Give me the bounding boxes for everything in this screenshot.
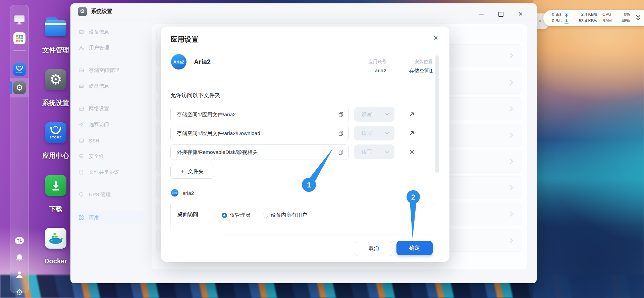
user-icon [15,270,24,279]
download-icon [45,175,66,196]
copy-icon[interactable] [338,130,344,136]
transfer-icon [14,237,24,245]
app-name: Aria2 [194,58,211,66]
permission-select[interactable]: 读写 [354,144,394,159]
app-store-icon: STORE [13,63,26,76]
docker-icon [45,228,66,249]
dock-active-indicator [10,81,12,94]
aria2-mini-icon: Aria2 [171,189,178,197]
remove-folder-button[interactable] [405,144,419,159]
cpu-value: 0% [616,12,630,17]
close-button[interactable]: × [515,9,526,19]
chevron-double-down-icon[interactable] [635,14,641,22]
maximize-button[interactable] [495,9,506,19]
dock-preferences-button[interactable]: ⚙ [16,288,23,297]
chevron-down-icon [385,151,389,153]
copy-icon[interactable] [338,112,344,118]
gear-icon: ⚙ [13,81,26,94]
net-up-speed: 2.4 KB/s [573,12,597,17]
open-folder-button[interactable] [405,107,419,122]
dock: STORE ⚙ [10,5,29,293]
account-value: aria2 [346,68,386,74]
modal-title: 应用设置 [170,35,199,44]
cancel-button[interactable]: 取消 [355,241,392,256]
linked-app-name: aria2 [182,190,194,196]
remove-icon [410,150,414,154]
net-down-speed: 53.4 KB/s [573,18,597,23]
account-label: 应用账号 [346,59,386,65]
aria2-app-icon: Aria2 [171,54,186,70]
folder-path-field[interactable]: 存储空间1/应用文件/aria2 [170,107,349,122]
external-link-icon [409,112,415,117]
desktop: STORE ⚙ [0,0,644,298]
permission-select[interactable]: 读写 [354,126,394,140]
gear-icon: ⚙ [16,288,23,297]
folders-section-label: 允许访问以下文件夹 [170,92,220,99]
folder-path-field[interactable]: 外接存储/RemovableDisk/影视相关 [170,144,349,160]
open-folder-button[interactable] [405,126,419,140]
permission-select[interactable]: 读写 [354,107,394,122]
app-grid-icon [13,32,25,44]
dock-user-button[interactable] [15,270,24,280]
close-icon: × [519,10,523,18]
lan-down-speed: 0 [552,18,554,23]
close-icon: × [433,33,438,42]
app-settings-modal: 应用设置 × Aria2 Aria2 应用账号 aria2 安装位置 存储空间1… [161,27,449,262]
maximize-icon [498,12,503,17]
dock-settings-button[interactable]: ⚙ [13,81,26,94]
window-gear-icon: ⚙ [78,7,87,16]
app-store-icon: STORE [45,122,66,143]
gear-icon: ⚙ [45,69,66,90]
external-link-icon [409,130,415,136]
content-fade [161,213,449,242]
dock-notifications-button[interactable] [15,253,24,263]
ram-label: RAM [602,18,612,23]
modal-scrollbar[interactable] [435,55,439,173]
minimize-icon [479,14,484,14]
system-stats-pill[interactable]: 0 B/s 0 B/s 2.4 KB/s 53.4 KB/s CPU RAM 0… [543,10,644,26]
dock-transfer-button[interactable] [14,237,24,246]
location-label: 安装位置 [389,59,433,65]
dock-appstore-button[interactable]: STORE [13,63,26,76]
chevron-down-icon [385,132,389,134]
ram-value: 48% [616,18,630,23]
dock-desktop-button[interactable] [13,14,25,27]
folder-path-field[interactable]: 存储空间1/应用文件/aria2/Download [170,126,349,141]
wallpaper-right-swirl [533,0,644,298]
add-folder-button[interactable]: + 文件夹 [170,164,214,179]
download-stat-icon [564,19,569,24]
dock-divider [13,50,25,51]
chevron-down-icon [385,113,389,116]
plus-icon: + [181,168,184,174]
lan-up-speed: 0 [552,12,554,17]
monitor-icon [13,14,25,25]
window-title: 系统设置 [91,8,112,15]
close-icon: × [538,18,542,25]
confirm-button[interactable]: 确定 [396,241,433,255]
folder-icon [45,17,66,37]
bell-icon [15,253,24,262]
dock-apps-button[interactable] [13,32,25,44]
minimize-button[interactable] [476,9,487,19]
modal-button-bar: 取消 确定 [161,240,449,262]
upload-icon [564,12,569,17]
window-titlebar[interactable]: ⚙ 系统设置 × [70,3,537,20]
location-value: 存储空间1 [389,68,433,75]
copy-icon[interactable] [338,149,344,155]
modal-close-button[interactable]: × [433,34,438,42]
cpu-label: CPU [602,12,611,17]
